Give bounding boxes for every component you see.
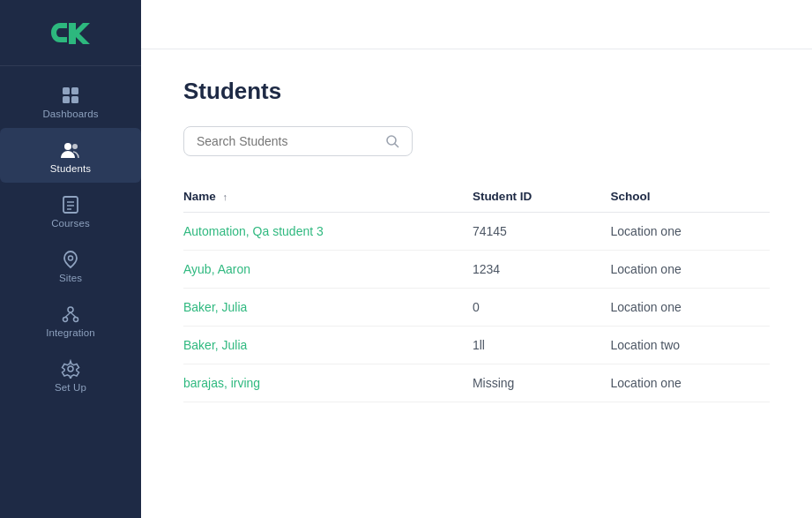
- table-row: Automation, Qa student 374145Location on…: [183, 213, 770, 251]
- table-row: barajas, irvingMissingLocation one: [183, 364, 770, 402]
- svg-rect-1: [71, 87, 78, 94]
- sidebar-item-courses[interactable]: Courses: [0, 183, 141, 237]
- sidebar-item-label-courses: Courses: [51, 218, 90, 229]
- ck-logo-icon: [49, 16, 92, 49]
- student-name-cell[interactable]: Ayub, Aaron: [183, 251, 473, 289]
- svg-point-4: [64, 143, 71, 150]
- sidebar: Dashboards Students: [0, 0, 141, 518]
- svg-rect-3: [71, 96, 78, 103]
- sidebar-nav: Dashboards Students: [0, 66, 141, 402]
- dashboards-icon: [61, 86, 80, 105]
- school-cell: Location one: [611, 289, 770, 327]
- table-row: Baker, Julia1llLocation two: [183, 327, 770, 364]
- content-area: Students Name ↑ Student ID: [141, 49, 812, 518]
- table-header: Name ↑ Student ID School: [183, 181, 770, 213]
- svg-point-5: [72, 144, 78, 149]
- svg-point-16: [68, 366, 73, 372]
- integration-icon: [61, 304, 80, 324]
- main-content: Students Name ↑ Student ID: [141, 0, 812, 518]
- sidebar-item-sites[interactable]: Sites: [0, 237, 141, 292]
- sidebar-item-label-integration: Integration: [46, 327, 95, 338]
- student-id-cell: 1234: [473, 251, 611, 289]
- svg-line-15: [71, 312, 76, 318]
- svg-point-13: [74, 318, 78, 322]
- svg-rect-2: [63, 96, 70, 103]
- students-table: Name ↑ Student ID School Automation, Qa …: [183, 181, 770, 402]
- svg-rect-6: [63, 197, 78, 213]
- sites-icon: [61, 250, 80, 269]
- school-cell: Location two: [611, 327, 770, 364]
- sidebar-item-label-students: Students: [50, 163, 91, 174]
- table-row: Ayub, Aaron1234Location one: [183, 251, 770, 289]
- sidebar-item-label-sites: Sites: [59, 273, 82, 283]
- school-cell: Location one: [611, 213, 770, 251]
- search-bar: [183, 126, 413, 156]
- top-bar: [141, 0, 812, 49]
- svg-point-12: [63, 318, 68, 322]
- setup-icon: [61, 359, 80, 379]
- page-title: Students: [183, 78, 770, 105]
- students-icon: [60, 140, 81, 160]
- student-id-cell: 0: [473, 289, 611, 327]
- student-name-cell[interactable]: Baker, Julia: [183, 327, 473, 364]
- col-header-school: School: [611, 181, 770, 213]
- student-id-cell: 74145: [473, 213, 611, 251]
- search-input[interactable]: [197, 134, 385, 148]
- student-name-cell[interactable]: Baker, Julia: [183, 289, 473, 327]
- student-id-cell: 1ll: [473, 327, 611, 364]
- student-name-cell[interactable]: Automation, Qa student 3: [183, 213, 473, 251]
- student-id-cell: Missing: [473, 364, 611, 402]
- svg-point-10: [69, 256, 73, 260]
- sidebar-item-students[interactable]: Students: [0, 128, 141, 183]
- sidebar-item-dashboards[interactable]: Dashboards: [0, 73, 141, 128]
- svg-line-18: [395, 144, 399, 147]
- sidebar-logo: [0, 0, 141, 66]
- search-icon: [385, 134, 399, 148]
- table-row: Baker, Julia0Location one: [183, 289, 770, 327]
- col-header-student-id: Student ID: [473, 181, 611, 213]
- student-name-cell[interactable]: barajas, irving: [183, 364, 473, 402]
- svg-point-11: [68, 307, 73, 312]
- school-cell: Location one: [611, 251, 770, 289]
- school-cell: Location one: [611, 364, 770, 402]
- svg-rect-0: [63, 87, 70, 94]
- sidebar-item-integration[interactable]: Integration: [0, 292, 141, 347]
- svg-line-14: [65, 312, 71, 318]
- sort-arrow-name: ↑: [223, 191, 228, 202]
- sidebar-item-label-dashboards: Dashboards: [42, 109, 98, 119]
- table-body: Automation, Qa student 374145Location on…: [183, 213, 770, 402]
- sidebar-item-setup[interactable]: Set Up: [0, 347, 141, 402]
- courses-icon: [61, 195, 80, 214]
- sidebar-item-label-setup: Set Up: [55, 382, 86, 393]
- col-header-name[interactable]: Name ↑: [183, 181, 473, 213]
